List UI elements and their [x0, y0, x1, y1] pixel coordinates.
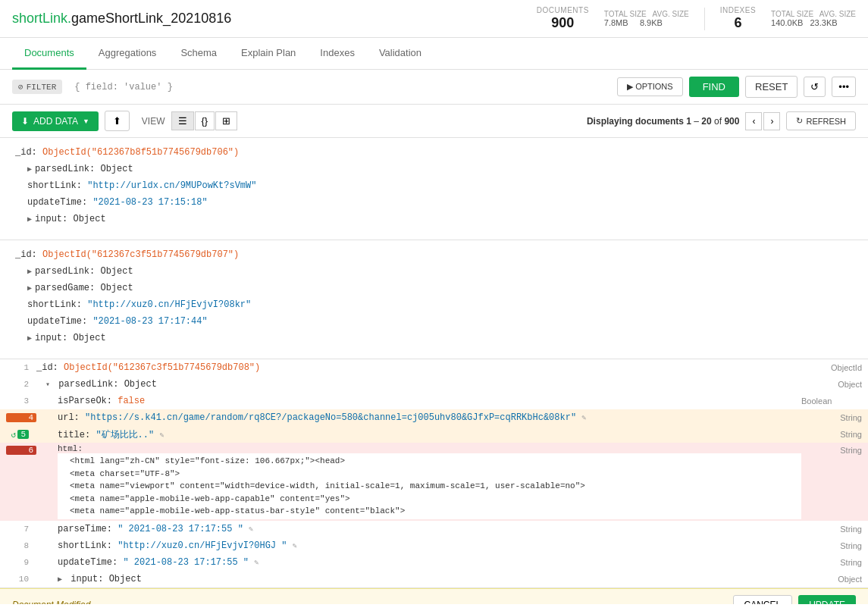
- add-data-icon: ⬇: [21, 116, 29, 127]
- doc1-shortlink-val: "http://urldx.cn/9MUPowKt?sVmW": [87, 180, 256, 191]
- doc3-type-9: String: [801, 558, 862, 567]
- view-buttons: ☰ {} ⊞: [171, 111, 238, 130]
- next-page-button[interactable]: ›: [763, 112, 780, 130]
- doc2-parsedgame-expand[interactable]: ▶: [27, 284, 32, 293]
- undo-icon-line5[interactable]: ↺: [11, 430, 17, 440]
- doc3-url-edit[interactable]: ✎: [581, 414, 586, 422]
- doc1-id-val: ObjectId("612367b8f51b7745679db706"): [42, 147, 239, 158]
- doc3-type-8: String: [801, 541, 862, 550]
- import-button[interactable]: ⬆: [105, 111, 130, 131]
- reset-button[interactable]: RESET: [745, 76, 797, 98]
- stats-group: DOCUMENTS 900 TOTAL SIZE AVG. SIZE 7.8MB…: [537, 6, 856, 31]
- filter-badge[interactable]: ⊘ FILTER: [12, 80, 62, 94]
- tab-indexes[interactable]: Indexes: [308, 38, 367, 70]
- update-button[interactable]: UPDATE: [798, 595, 856, 605]
- doc3-html-key-row: html:: [58, 444, 801, 453]
- doc3-updatetime-val: " 2021-08-23 17:17:55 ": [123, 557, 249, 568]
- doc3-type-5: String: [801, 430, 862, 439]
- doc3-line6: 6 html: <html lang="zh-CN" style="font-s…: [0, 443, 868, 521]
- doc3-line10: 10 ▶ input: Object Object: [0, 571, 868, 587]
- doc3-input-expand[interactable]: ▶: [58, 575, 62, 584]
- document-3: 1 _id: ObjectId("612367c3f51b7745679db70…: [0, 359, 868, 588]
- line-num-6: 6: [6, 446, 36, 455]
- doc2-parsedlink-expand[interactable]: ▶: [27, 268, 32, 276]
- doc1-parsedlink-expand[interactable]: ▶: [27, 165, 32, 174]
- doc3-parsedlink-expand[interactable]: ▾: [45, 381, 50, 389]
- options-button[interactable]: ▶ OPTIONS: [617, 77, 683, 96]
- doc3-line2: 2 ▾ parsedLink: Object Object: [0, 376, 868, 393]
- line-num-8: 8: [6, 541, 36, 550]
- total-size-label: TOTAL SIZE AVG. SIZE: [604, 10, 689, 18]
- doc3-title-key: title: [58, 430, 85, 440]
- find-button[interactable]: FIND: [689, 77, 739, 97]
- doc2-shortlink-val: "http://xuz0.cn/HFjEvjvI?08kr": [87, 299, 251, 310]
- documents-count: 900: [551, 15, 574, 31]
- doc3-type-3: Boolean: [801, 396, 862, 406]
- view-table-button[interactable]: ⊞: [215, 111, 237, 130]
- tab-aggregations[interactable]: Aggregations: [86, 38, 169, 70]
- add-data-label: ADD DATA: [33, 116, 78, 127]
- view-list-button[interactable]: ☰: [171, 111, 194, 130]
- dropdown-arrow-icon: ▼: [83, 117, 89, 125]
- doc3-title-edit[interactable]: ✎: [159, 431, 164, 440]
- add-data-button[interactable]: ⬇ ADD DATA ▼: [12, 111, 99, 131]
- document-2: _id: ObjectId("612367c3f51b7745679db707"…: [0, 240, 868, 359]
- doc1-input-row: ▶input: Object: [15, 214, 853, 230]
- doc1-parsedlink-content: ▶parsedLink: Object: [15, 164, 853, 174]
- html-line-2: <meta charset="UTF-8">: [70, 468, 801, 481]
- doc1-input-val: Object: [73, 214, 105, 224]
- collection-title: shortLink.gameShortLink_20210816: [12, 11, 537, 27]
- doc3-line4: 4 url: "https://s.k41.cn/game/random/rq8…: [0, 409, 868, 426]
- doc3-parsedlink-key: parsedLink: [58, 379, 113, 390]
- title-prefix: shortLink.: [12, 11, 71, 26]
- doc1-parsedlink-row: ▶parsedLink: Object: [15, 164, 853, 180]
- cancel-button[interactable]: CANCEL: [733, 595, 793, 605]
- doc3-url-val: "https://s.k41.cn/game/random/rq8CE?/pac…: [85, 412, 576, 423]
- refresh-label: REFRESH: [806, 117, 846, 126]
- doc3-id-val: ObjectId("612367c3f51b7745679db708"): [64, 362, 260, 373]
- doc2-updatetime-row: updateTime: "2021-08-23 17:17:44": [15, 316, 853, 333]
- view-json-button[interactable]: {}: [195, 111, 215, 130]
- doc1-updatetime-val: "2021-08-23 17:15:18": [92, 197, 207, 208]
- nav-tabs: Documents Aggregations Schema Explain Pl…: [0, 38, 868, 70]
- doc2-input-expand[interactable]: ▶: [27, 334, 32, 343]
- doc3-type-4: String: [801, 413, 862, 422]
- tab-documents[interactable]: Documents: [12, 38, 86, 70]
- tab-explain-plan[interactable]: Explain Plan: [229, 38, 308, 70]
- modified-actions: CANCEL UPDATE: [733, 595, 856, 605]
- tab-schema[interactable]: Schema: [168, 38, 229, 70]
- refresh-icon: ↻: [796, 116, 803, 126]
- filter-toolbar: ⊘ FILTER { field: 'value' } ▶ OPTIONS FI…: [0, 70, 868, 105]
- filter-input[interactable]: { field: 'value' }: [68, 79, 611, 96]
- undo-button[interactable]: ↺: [804, 77, 826, 97]
- doc2-id-content: _id: ObjectId("612367c3f51b7745679db707"…: [15, 249, 853, 260]
- more-options-button[interactable]: •••: [832, 77, 856, 97]
- indexes-size-val: 140.0KB 23.3KB: [771, 18, 856, 27]
- documents-label: DOCUMENTS: [537, 6, 589, 14]
- doc2-updatetime-val: "2021-08-23 17:17:44": [92, 316, 207, 327]
- indexes-label: INDEXES: [720, 6, 756, 14]
- line-num-7: 7: [6, 525, 36, 534]
- doc3-isparseok-key: isParseOk: [58, 396, 107, 406]
- range-start: 1: [686, 116, 691, 127]
- doc2-shortlink-row: shortLink: "http://xuz0.cn/HFjEvjvI?08kr…: [15, 299, 853, 316]
- html-line-5: <meta name="apple-mobile-web-app-status-…: [70, 505, 600, 518]
- doc3-updatetime-edit[interactable]: ✎: [254, 559, 259, 567]
- tab-validation[interactable]: Validation: [367, 38, 434, 70]
- doc1-id-content: _id: ObjectId("612367b8f51b7745679db706"…: [15, 147, 853, 158]
- doc3-parsetime-edit[interactable]: ✎: [249, 525, 253, 534]
- doc1-id-row: _id: ObjectId("612367b8f51b7745679db706"…: [15, 147, 853, 164]
- doc1-input-expand[interactable]: ▶: [27, 215, 32, 224]
- documents-area[interactable]: _id: ObjectId("612367b8f51b7745679db706"…: [0, 138, 868, 604]
- indexes-stat: INDEXES 6: [720, 6, 756, 31]
- document-modified-bar: Document Modified. CANCEL UPDATE: [0, 588, 868, 605]
- stat-divider: [704, 8, 705, 30]
- stat-sizes-indexes: TOTAL SIZE AVG. SIZE 140.0KB 23.3KB: [771, 10, 856, 27]
- doc3-type-7: String: [801, 525, 862, 534]
- refresh-button[interactable]: ↻ REFRESH: [786, 111, 856, 130]
- doc3-shortlink-key: shortLink: [58, 540, 107, 551]
- doc1-shortlink-content: shortLink: "http://urldx.cn/9MUPowKt?sVm…: [15, 180, 853, 191]
- doc2-input-val: Object: [73, 333, 105, 343]
- doc3-shortlink-edit[interactable]: ✎: [293, 542, 297, 550]
- prev-page-button[interactable]: ‹: [745, 112, 762, 130]
